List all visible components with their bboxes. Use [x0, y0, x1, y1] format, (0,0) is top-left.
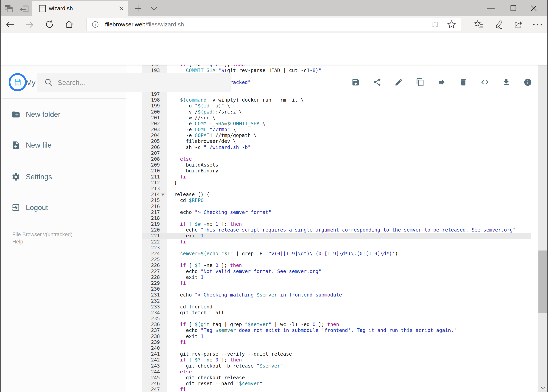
line-number: 222 [142, 239, 167, 245]
window-border-left [0, 0, 0, 392]
sidebar-item-label: New folder [26, 106, 61, 123]
copy-icon[interactable] [415, 77, 426, 88]
share-icon[interactable] [513, 20, 523, 29]
code-line: 242 if [ $? -ne 0 ]; then [142, 357, 538, 363]
code-line: 247 fi [142, 386, 538, 392]
more-ellipsis-icon[interactable] [533, 23, 543, 26]
line-number: 211 [142, 174, 167, 180]
browser-navbar: filebrowser.web/files/wizard.sh [0, 16, 548, 33]
code-line: 240 [142, 345, 538, 351]
new-tab-button[interactable] [134, 5, 142, 12]
new-folder-icon [11, 110, 20, 119]
home-icon[interactable] [65, 20, 74, 29]
info-circle-icon[interactable] [522, 77, 533, 88]
save-icon[interactable] [350, 77, 361, 88]
sidebar-item-logout[interactable]: Logout [0, 199, 126, 217]
code-line: 226 if [ $? -ne 0 ]; then [142, 262, 538, 268]
download-icon[interactable] [501, 77, 512, 88]
code-line: 239 fi [142, 339, 538, 345]
code-lines: 192 if [ -d ".git" ]; then193 COMMIT_SHA… [142, 65, 538, 392]
line-number: 224 [142, 251, 167, 257]
browser-tab[interactable]: wizard.sh [32, 1, 128, 16]
sidebar-item-settings[interactable]: Settings [0, 168, 126, 186]
code-line: 243 git checkout -b release "$semver" [142, 363, 538, 369]
code-line: 235 [142, 316, 538, 322]
code-icon[interactable] [479, 77, 490, 88]
reading-view-icon[interactable] [431, 21, 439, 28]
tab-close-icon[interactable] [119, 6, 124, 11]
line-number: 202 [142, 121, 167, 127]
help-link[interactable]: Help [12, 239, 23, 245]
line-number: 201 [142, 115, 167, 121]
line-number: 198 [142, 97, 167, 103]
code-line: 217 echo "> Checking semver format" [142, 210, 538, 215]
app-version-text: File Browser v(untracked) [12, 231, 73, 238]
fold-arrow-icon[interactable] [161, 194, 165, 196]
code-line: 218 [142, 215, 538, 221]
line-number: 229 [142, 280, 167, 286]
favorites-hub-icon[interactable] [474, 20, 484, 29]
tab-list-chevron-icon[interactable] [150, 6, 158, 11]
line-number: 220 [142, 227, 167, 233]
search-bar[interactable] [37, 73, 231, 91]
url-text[interactable]: filebrowser.web/files/wizard.sh [105, 18, 184, 31]
back-icon[interactable] [5, 20, 14, 29]
line-number: 234 [142, 310, 167, 316]
delete-trash-icon[interactable] [458, 77, 469, 88]
code-line: 222 fi [142, 239, 538, 245]
line-number: 221 [142, 233, 167, 239]
sidebar-item-new-file[interactable]: New file [0, 136, 126, 154]
set-tabs-aside-icon[interactable] [20, 4, 29, 13]
line-number: 232 [142, 298, 167, 304]
edit-pencil-icon[interactable] [393, 77, 404, 88]
refresh-icon[interactable] [45, 20, 54, 29]
line-number: 210 [142, 168, 167, 174]
filebrowser-floppy-logo[interactable] [9, 73, 27, 91]
line-number: 218 [142, 215, 167, 221]
code-line: 200 -v /$(pwd):/src:z \ [142, 109, 538, 115]
sidebar-item-label: Logout [26, 199, 48, 217]
favorite-star-icon[interactable] [447, 20, 456, 29]
close-button[interactable] [531, 5, 537, 11]
sidebar-item-new-folder[interactable]: New folder [0, 106, 126, 123]
scroll-down-icon[interactable] [540, 386, 546, 389]
line-number: 203 [142, 127, 167, 133]
code-line: 205 filebrowser/dev \ [142, 138, 538, 144]
line-number: 209 [142, 162, 167, 168]
code-line: 204 -e GOPATH=//tmp/gopath \ [142, 133, 538, 138]
vertical-scrollbar[interactable] [538, 33, 548, 392]
code-line: 228 exit 1 [142, 274, 538, 280]
code-line: 198 $(command -v winpty) docker run --rm… [142, 97, 538, 103]
line-number: 193 [142, 68, 167, 73]
line-number: 235 [142, 316, 167, 322]
code-line: 209 buildAssets [142, 162, 538, 168]
line-number: 247 [142, 386, 167, 392]
code-line: 219 if [ $# -ne 1 ]; then [142, 221, 538, 227]
maximize-button[interactable] [510, 5, 516, 11]
code-line: 193 COMMIT_SHA="$(git rev-parse HEAD | c… [142, 68, 538, 73]
code-line: 227 echo "Not valid semver format. See s… [142, 268, 538, 274]
code-editor[interactable]: 192 if [ -d ".git" ]; then193 COMMIT_SHA… [142, 65, 538, 392]
line-number: 204 [142, 133, 167, 138]
code-line: 221 exit 1 [142, 233, 538, 239]
code-line: 206 sh -c "./wizard.sh -b" [142, 144, 538, 150]
search-icon [44, 78, 53, 87]
move-arrow-icon[interactable] [436, 77, 447, 88]
info-icon[interactable] [92, 21, 99, 28]
line-number: 208 [142, 156, 167, 162]
address-bar[interactable]: filebrowser.web/files/wizard.sh [86, 18, 461, 31]
code-line: 210 buildBinary [142, 168, 538, 174]
share-file-icon[interactable] [372, 77, 383, 88]
annotate-pen-icon[interactable] [494, 20, 504, 29]
sidebar-divider [2, 161, 126, 161]
search-input[interactable] [57, 73, 226, 92]
tab-preview-icon[interactable] [4, 4, 14, 13]
line-number: 212 [142, 180, 167, 186]
minimize-button[interactable] [487, 7, 495, 9]
line-number: 192 [142, 65, 167, 68]
code-line: 208 else [142, 156, 538, 162]
scrollbar-thumb[interactable] [538, 251, 548, 313]
forward-icon[interactable] [25, 20, 35, 29]
line-number: 216 [142, 203, 167, 210]
line-number: 238 [142, 334, 167, 339]
